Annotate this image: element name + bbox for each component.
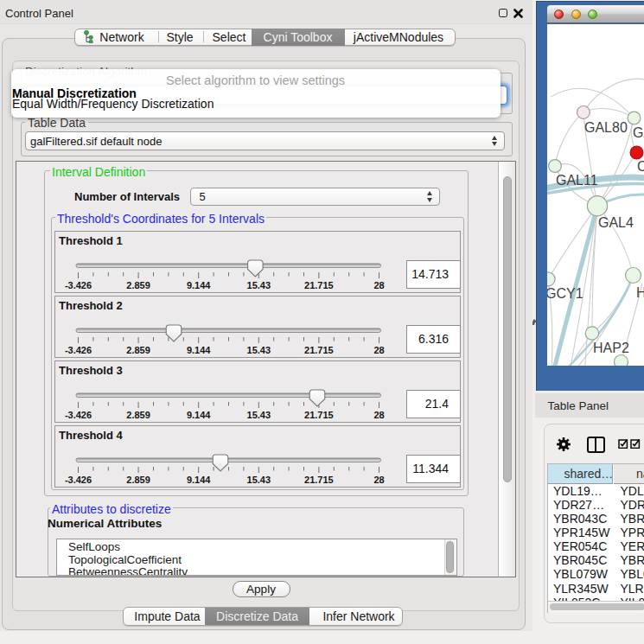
- svg-text:28: 28: [373, 280, 384, 290]
- svg-text:9.144: 9.144: [187, 475, 211, 485]
- svg-text:GCY1: GCY1: [547, 286, 583, 301]
- svg-text:21.715: 21.715: [304, 345, 334, 355]
- svg-text:HAP2: HAP2: [593, 341, 629, 355]
- svg-text:-3.426: -3.426: [65, 475, 92, 485]
- svg-text:21.715: 21.715: [304, 410, 334, 420]
- svg-text:-3.426: -3.426: [65, 280, 92, 290]
- svg-text:C: C: [637, 159, 644, 174]
- svg-text:9.144: 9.144: [187, 345, 211, 355]
- svg-text:2.859: 2.859: [126, 410, 150, 420]
- svg-text:9.144: 9.144: [187, 280, 211, 290]
- svg-text:28: 28: [373, 475, 384, 485]
- svg-text:GA: GA: [633, 125, 644, 140]
- svg-text:28: 28: [373, 410, 384, 420]
- svg-text:28: 28: [373, 345, 384, 355]
- svg-text:15.43: 15.43: [247, 410, 271, 420]
- svg-text:15.43: 15.43: [247, 475, 271, 485]
- svg-text:-3.426: -3.426: [65, 345, 92, 355]
- svg-text:15.43: 15.43: [247, 280, 271, 290]
- svg-text:21.715: 21.715: [304, 280, 334, 290]
- svg-text:21.715: 21.715: [304, 475, 334, 485]
- svg-text:2.859: 2.859: [126, 345, 150, 355]
- svg-text:GAL80: GAL80: [584, 119, 628, 134]
- svg-text:-3.426: -3.426: [65, 410, 92, 420]
- svg-text:GAL11: GAL11: [556, 172, 598, 187]
- svg-text:2.859: 2.859: [126, 475, 150, 485]
- svg-text:9.144: 9.144: [187, 410, 211, 420]
- svg-text:2.859: 2.859: [126, 280, 150, 290]
- svg-text:GAL4: GAL4: [598, 215, 634, 230]
- svg-text:H: H: [636, 285, 644, 300]
- svg-text:15.43: 15.43: [247, 345, 271, 355]
